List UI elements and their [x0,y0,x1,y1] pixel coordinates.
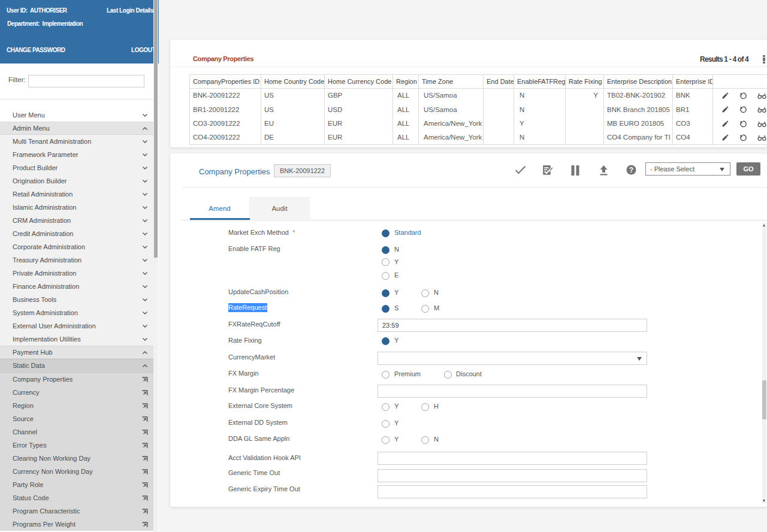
svg-text:?: ? [629,166,633,174]
